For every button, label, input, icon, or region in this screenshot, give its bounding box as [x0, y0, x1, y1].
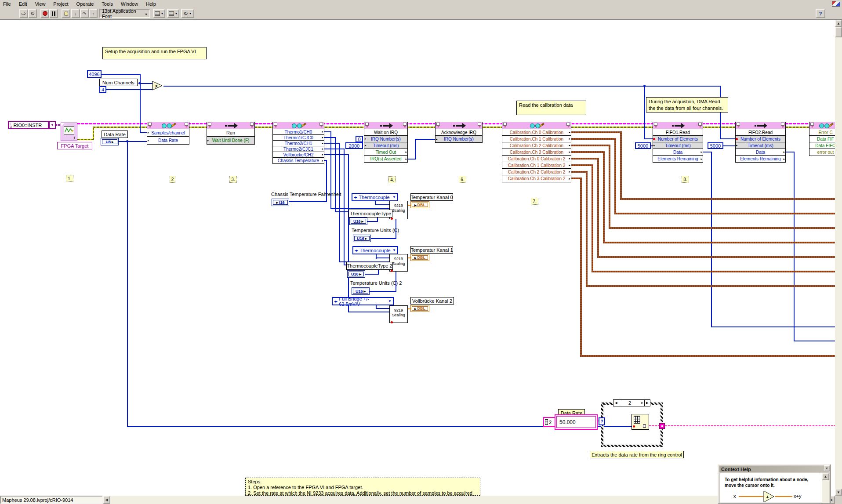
node-row[interactable]: IRQ Number(s) — [364, 136, 407, 142]
vertical-scrollbar[interactable] — [835, 20, 842, 496]
node-row[interactable]: IRQ Number(s) — [436, 136, 482, 142]
node-row[interactable]: Data — [653, 149, 703, 156]
menu-help[interactable]: Help — [146, 1, 156, 7]
node-row[interactable]: Calibration.Ch 1 Calibration 2 — [502, 162, 571, 169]
node-row[interactable]: Elements Remaining — [653, 156, 703, 162]
context-help-titlebar[interactable]: Context Help — [719, 466, 829, 472]
menu-view[interactable]: View — [35, 1, 46, 7]
invoke-node-acknowledge-irq[interactable]: !?!? Acknowledge IRQ IRQ Number(s) — [435, 122, 483, 143]
ring-value-terminal[interactable]: 2 — [543, 417, 556, 427]
temperature-units-terminal-u16[interactable]: U16▶ — [353, 235, 371, 242]
node-row[interactable]: Timed Out — [364, 149, 407, 156]
menu-edit[interactable]: Edit — [19, 1, 27, 7]
constant-4[interactable]: 4 — [99, 86, 106, 93]
thermocouple-type-terminal-u16[interactable]: U16▶ — [349, 218, 367, 225]
node-row[interactable]: Calibration.Ch 1 Calibration — [502, 136, 571, 142]
rate-text-display[interactable]: 50.000 — [556, 416, 596, 428]
menu-window[interactable]: Window — [121, 1, 138, 7]
ctx-scroll-up-button[interactable]: ▲ — [822, 473, 829, 480]
node-row[interactable]: Timeout (ms) — [653, 142, 703, 149]
vscroll-down-button[interactable]: ▼ — [835, 489, 842, 496]
constant-fifo2-timeout[interactable]: 5000 — [708, 142, 723, 149]
node-row[interactable]: Data — [736, 149, 785, 156]
vollbruecke-kanal-2-terminal-dbl[interactable]: ▶DBL — [410, 305, 429, 312]
case-output-tunnel[interactable] — [659, 423, 665, 429]
node-row[interactable]: Thermo2/CJC1 — [273, 146, 324, 152]
property-node-calibration[interactable]: !?!? Calibration.Ch 0 Calibration Calibr… — [502, 122, 571, 182]
context-help-scrollbar[interactable]: ▲ — [822, 473, 829, 503]
property-node-samples-rate[interactable]: !?!? Samples/channel Data Rate — [147, 122, 189, 145]
node-row[interactable]: Run — [207, 129, 254, 137]
node-row[interactable]: Vollbrücke/CH2 — [273, 152, 324, 158]
menu-operate[interactable]: Operate — [76, 1, 94, 7]
case-selector-terminal[interactable]: ? — [599, 417, 605, 425]
invoke-node-fifo1-read[interactable]: !?!? FIFO1.Read Number of Elements Timeo… — [653, 122, 703, 163]
abort-button[interactable] — [40, 9, 49, 18]
node-row[interactable]: Calibration.Ch 2 Calibration — [502, 142, 571, 149]
thermocouple-type-2-terminal-u16[interactable]: U16▶ — [347, 270, 365, 278]
node-row[interactable]: Thermo1/CH0 — [273, 129, 324, 135]
run-button[interactable] — [19, 9, 28, 18]
case-selector-label[interactable]: ◀2▼▶ — [613, 399, 650, 406]
node-row[interactable]: Calibration.Ch 2 Calibration 2 — [502, 169, 571, 175]
temperature-units-2-terminal-u16[interactable]: U16▶ — [352, 287, 370, 295]
data-rate-terminal-u8[interactable]: U8▶ — [101, 138, 119, 145]
node-row[interactable]: IRQ(s) Asserted — [364, 156, 407, 162]
node-row[interactable]: Calibration.Ch 0 Calibration 2 — [502, 156, 571, 162]
constant-4096[interactable]: 4096 — [87, 70, 102, 78]
property-node-channels[interactable]: !?!? Thermo1/CH0 Thermo1/CJC0 Thermo2/CH… — [272, 122, 324, 164]
reorder-button[interactable] — [181, 9, 194, 18]
node-row[interactable]: Wait Until Done (F) — [207, 137, 254, 144]
rio-constant-dropdown[interactable]: ▼ — [49, 121, 56, 129]
node-row[interactable]: Chassis Temperature — [273, 158, 324, 163]
node-row[interactable]: Timeout (ms) — [364, 142, 407, 149]
chassis-temp-terminal-i16[interactable]: ▶I16 — [272, 199, 289, 206]
node-row[interactable]: Samples/channel — [147, 129, 189, 137]
ring-thermocouple-1[interactable]: ◀▶Thermocouple▼ — [352, 193, 398, 201]
node-row[interactable]: Calibration.Ch 3 Calibration — [502, 149, 571, 156]
font-selector[interactable]: 13pt Application Font — [99, 9, 150, 18]
vscroll-up-button[interactable]: ▲ — [835, 20, 842, 27]
rio-resource-constant[interactable]: IO RIO0::INSTR — [8, 121, 49, 129]
distribute-objects-button[interactable] — [167, 9, 179, 18]
node-row[interactable]: Thermo2/CH1 — [273, 141, 324, 146]
menu-file[interactable]: File — [3, 1, 11, 7]
temperatur-kanal-1-terminal-dbl[interactable]: ▶DBL — [410, 254, 429, 261]
node-row[interactable]: Data Rate — [147, 137, 189, 144]
node-row[interactable]: Number of Elements — [653, 136, 703, 142]
constant-fifo1-timeout[interactable]: 5000 — [635, 142, 651, 149]
invoke-node-wait-on-irq[interactable]: !?!? Wait on IRQ IRQ Number(s) Timeout (… — [364, 122, 408, 163]
step-over-button[interactable] — [80, 9, 89, 18]
invoke-node-run[interactable]: !?!? Run Wait Until Done (F) — [207, 122, 255, 145]
node-row[interactable]: Thermo1/CJC0 — [273, 135, 324, 141]
highlight-execution-button[interactable] — [62, 9, 70, 18]
open-fpga-vi-reference-node[interactable]: ▸ 1 — [61, 123, 77, 141]
invoke-node-fifo2-read[interactable]: !?!? FIFO2.Read Number of Elements Timeo… — [735, 122, 786, 163]
context-help-button[interactable] — [816, 9, 825, 18]
vscroll-thumb[interactable] — [835, 27, 842, 37]
temperatur-kanal-0-terminal-dbl[interactable]: ▶DBL — [410, 201, 429, 208]
ring-full-bridge[interactable]: ◀▶Full Bridge +/- 62.5mV/V▼ — [332, 297, 394, 305]
menu-tools[interactable]: Tools — [102, 1, 113, 7]
node-row[interactable]: Number of Elements — [736, 136, 785, 142]
index-array-function[interactable] — [632, 414, 649, 430]
constant-irq-timeout[interactable]: 2000 — [345, 142, 363, 149]
run-continuous-button[interactable] — [28, 9, 37, 18]
ring-thermocouple-2[interactable]: ◀▶Thermocouple▼ — [352, 246, 398, 254]
node-row[interactable]: Calibration.Ch 3 Calibration 2 — [502, 175, 571, 182]
step-out-button[interactable] — [89, 9, 98, 18]
menu-project[interactable]: Project — [53, 1, 68, 7]
node-row[interactable]: FIFO1.Read — [653, 129, 703, 136]
pause-button[interactable] — [49, 9, 58, 18]
align-objects-button[interactable] — [153, 9, 165, 18]
node-row[interactable]: FIFO2.Read — [736, 129, 785, 136]
node-row[interactable]: Timeout (ms) — [736, 142, 785, 149]
constant-irq-number[interactable]: 0 — [356, 136, 363, 142]
step-into-button[interactable] — [71, 9, 80, 18]
multiply-function[interactable]: x — [152, 81, 163, 91]
close-icon[interactable]: × — [824, 465, 830, 471]
subvi-9219-scaling-3[interactable]: 9219Scaling — [389, 305, 408, 323]
hscroll-left-button[interactable]: ◀ — [103, 496, 110, 504]
node-row[interactable]: Calibration.Ch 0 Calibration — [502, 129, 571, 136]
node-row[interactable]: Wait on IRQ — [364, 129, 407, 136]
